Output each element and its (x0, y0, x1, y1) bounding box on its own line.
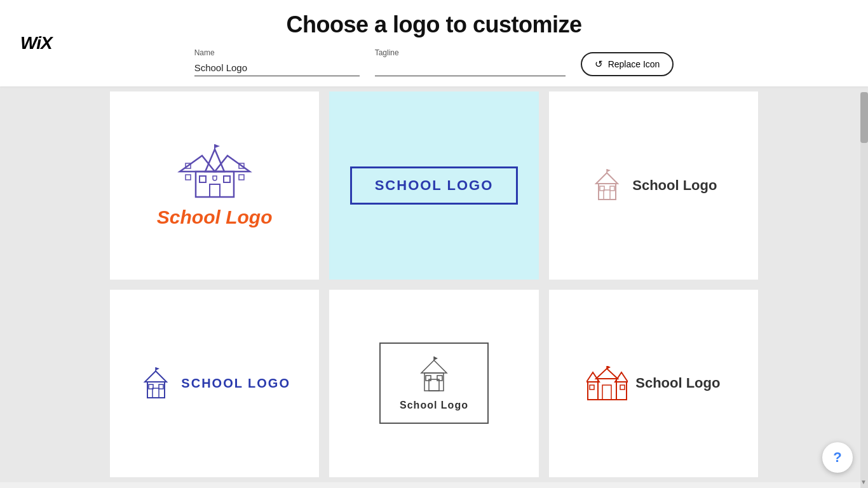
svg-rect-24 (159, 384, 163, 389)
scrollbar-track (860, 92, 868, 488)
svg-rect-36 (590, 385, 594, 390)
svg-rect-39 (620, 385, 625, 390)
scroll-chevron-down-icon: ▼ (860, 478, 867, 485)
school-building-icon-3 (590, 168, 625, 203)
logo-card-3[interactable]: School Logo (549, 92, 758, 280)
svg-marker-19 (607, 169, 611, 172)
svg-rect-3 (224, 176, 230, 182)
svg-rect-9 (239, 175, 244, 180)
card3-text: School Logo (632, 177, 717, 194)
wix-logo: WiX (20, 33, 52, 53)
svg-rect-42 (602, 385, 611, 400)
svg-rect-22 (153, 388, 159, 398)
scrollbar-thumb[interactable] (860, 92, 868, 143)
svg-marker-26 (156, 367, 159, 370)
page-title: Choose a logo to customize (286, 11, 581, 38)
svg-marker-33 (434, 356, 438, 360)
svg-marker-21 (145, 371, 166, 382)
replace-icon-button[interactable]: ↺ Replace Icon (581, 52, 674, 76)
card6-text: School Logo (635, 375, 720, 391)
svg-rect-17 (610, 186, 614, 191)
logo-card-6[interactable]: School Logo (549, 290, 758, 478)
svg-rect-1 (210, 184, 220, 197)
svg-marker-10 (205, 149, 224, 172)
svg-rect-2 (200, 176, 206, 182)
svg-marker-44 (607, 366, 611, 369)
replace-icon-label: Replace Icon (608, 59, 660, 69)
card5-text: School Logo (400, 400, 468, 411)
card4-content: School Logo (139, 366, 290, 401)
school-building-icon-1 (177, 143, 253, 200)
logo-card-2[interactable]: School Logo (329, 92, 538, 280)
header: WiX Choose a logo to customize Name Tagl… (0, 0, 868, 86)
name-input[interactable] (194, 60, 360, 76)
controls-row: Name Tagline ↺ Replace Icon (194, 48, 674, 76)
logo-card-1[interactable]: School Logo (110, 92, 319, 280)
card1-content: School Logo (157, 143, 273, 228)
tagline-input[interactable] (375, 60, 566, 76)
svg-marker-41 (596, 369, 618, 379)
svg-rect-30 (426, 376, 431, 381)
school-building-icon-4 (139, 366, 173, 401)
svg-rect-37 (616, 382, 627, 400)
card6-content: School Logo (587, 366, 720, 401)
logo-grid: School Logo School Logo (0, 86, 868, 482)
name-label: Name (194, 48, 360, 57)
svg-marker-14 (596, 173, 618, 184)
card2-text: School Logo (375, 177, 494, 193)
svg-rect-7 (186, 175, 191, 180)
card1-text: School Logo (157, 207, 273, 228)
help-button[interactable]: ? (822, 442, 853, 473)
tagline-label: Tagline (375, 48, 566, 57)
svg-rect-34 (588, 382, 598, 400)
logo-row-2: School Logo School Logo (105, 285, 763, 483)
card3-content: School Logo (590, 168, 717, 203)
name-field-group: Name (194, 48, 360, 76)
svg-rect-31 (437, 376, 442, 381)
tagline-field-group: Tagline (375, 48, 566, 76)
svg-rect-15 (604, 190, 610, 200)
school-building-icon-6 (587, 366, 628, 401)
logo-row-1: School Logo School Logo (105, 86, 763, 285)
card2-content: School Logo (350, 166, 519, 205)
logo-card-5[interactable]: School Logo (329, 290, 538, 478)
card4-text: School Logo (181, 376, 290, 391)
svg-marker-12 (215, 144, 220, 148)
replace-icon: ↺ (595, 58, 603, 70)
help-icon: ? (833, 449, 841, 466)
svg-marker-28 (421, 360, 447, 373)
svg-rect-40 (598, 379, 616, 400)
logo-card-4[interactable]: School Logo (110, 290, 319, 478)
school-building-icon-5 (412, 355, 456, 393)
card5-content: School Logo (379, 342, 489, 424)
